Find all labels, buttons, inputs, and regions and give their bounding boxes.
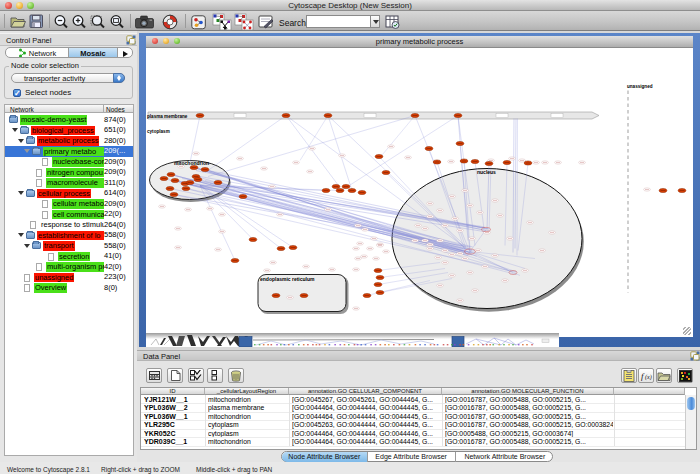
svg-text:mitochondrion: mitochondrion xyxy=(174,160,209,166)
svg-text:(x): (x) xyxy=(645,374,652,381)
svg-text:nucleus: nucleus xyxy=(477,169,496,175)
svg-text:unassigned: unassigned xyxy=(627,83,653,88)
svg-text:plasma membrane: plasma membrane xyxy=(147,113,188,118)
svg-text:endoplasmic reticulum: endoplasmic reticulum xyxy=(260,276,315,282)
svg-text:cytoplasm: cytoplasm xyxy=(147,128,170,133)
